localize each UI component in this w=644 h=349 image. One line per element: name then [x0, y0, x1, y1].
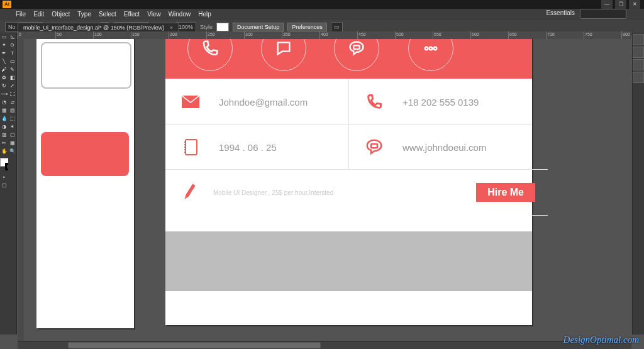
tools-panel-right: ◺ ⊙ T ▭ ✎ ◧ ⤢ ⛶ ▱ ▤ ⬚ ✶ ▢ ▦ 🔍 — [8, 33, 17, 335]
watermark: DesignOptimal.com — [564, 335, 639, 345]
panel-color[interactable] — [633, 34, 644, 45]
website-value: www.johndoeui.com — [402, 142, 486, 153]
menu-edit[interactable]: Edit — [33, 11, 44, 18]
svg-rect-0 — [353, 45, 359, 49]
print-tiling-tool[interactable]: ▦ — [9, 139, 16, 147]
ui-element-rounded-outline — [41, 42, 131, 89]
document-tab[interactable]: mobile_Ui_Interface_design.ai* @ 150% (R… — [18, 23, 179, 32]
tools-panel-left: ▭ ✦ ✒ ╲ 🖌 ✿ ↻ ⟿ ◔ ▦ 💧 ◑ ▥ ✂ ✋ ▪ ▢ — [0, 33, 9, 335]
app-icon: Ai — [3, 1, 11, 8]
menu-window[interactable]: Window — [169, 11, 191, 18]
canvas[interactable]: Johndoe@gmail.com +18 202 555 0139 1994 … — [24, 39, 631, 341]
menu-effect[interactable]: Effect — [124, 11, 140, 18]
menu-select[interactable]: Select — [99, 11, 116, 18]
ui-spacer — [165, 214, 532, 231]
scrollbar-thumb[interactable] — [68, 342, 321, 348]
selection-tool[interactable]: ▭ — [1, 33, 8, 41]
gradient-tool[interactable]: ▤ — [9, 106, 16, 114]
svg-rect-5 — [186, 140, 197, 155]
eraser-tool[interactable]: ◧ — [9, 74, 16, 82]
free-transform-tool[interactable]: ⛶ — [9, 90, 16, 98]
eyedropper-tool[interactable]: 💧 — [1, 114, 8, 123]
blob-brush-tool[interactable]: ✿ — [1, 74, 8, 82]
close-tab-icon[interactable]: × — [170, 25, 173, 31]
width-tool[interactable]: ⟿ — [1, 90, 8, 98]
rectangle-tool[interactable]: ▭ — [9, 57, 16, 65]
paintbrush-tool[interactable]: 🖌 — [1, 65, 8, 74]
phone-icon — [365, 92, 384, 111]
workspace-switcher[interactable]: Essentials — [546, 9, 575, 16]
pen-tool[interactable]: ✒ — [1, 49, 8, 57]
magic-wand-tool[interactable]: ✦ — [1, 41, 8, 49]
color-modes[interactable]: ▪ — [1, 173, 8, 181]
pencil-tool[interactable]: ✎ — [9, 65, 16, 74]
zoom-tool[interactable]: 🔍 — [9, 147, 16, 155]
ui-footer-gray — [165, 231, 532, 291]
type-tool[interactable]: T — [9, 49, 16, 57]
document-setup-button[interactable]: Document Setup — [233, 23, 284, 31]
menu-view[interactable]: View — [147, 11, 161, 18]
symbol-sprayer-tool[interactable]: ✶ — [9, 123, 16, 131]
email-value: Johndoe@gmail.com — [219, 97, 308, 108]
preferences-button[interactable]: Preferences — [287, 23, 327, 31]
menu-type[interactable]: Type — [77, 11, 91, 18]
scale-tool[interactable]: ⤢ — [9, 82, 16, 90]
panel-swatches[interactable] — [633, 47, 644, 58]
slice-tool[interactable]: ✂ — [1, 139, 8, 147]
perspective-grid-tool[interactable]: ▱ — [9, 98, 16, 106]
menu-file[interactable]: File — [16, 11, 26, 18]
search-input[interactable] — [580, 9, 626, 19]
ui-element-red-button — [41, 132, 129, 176]
live-paint-tool[interactable]: ⬚ — [9, 114, 16, 123]
screen-mode[interactable]: ▢ — [1, 181, 8, 189]
svg-point-3 — [434, 47, 437, 50]
rotate-tool[interactable]: ↻ — [1, 82, 8, 90]
line-tool[interactable]: ╲ — [1, 57, 8, 65]
lasso-tool[interactable]: ⊙ — [9, 41, 16, 49]
panel-stroke[interactable] — [633, 59, 644, 70]
mesh-tool[interactable]: ▦ — [1, 106, 8, 114]
blend-tool[interactable]: ◑ — [1, 123, 8, 131]
website-icon — [365, 138, 384, 157]
document-tab-label: mobile_Ui_Interface_design.ai* @ 150% (R… — [23, 25, 164, 31]
panel-layers[interactable] — [633, 72, 644, 83]
shape-builder-tool[interactable]: ◔ — [1, 98, 8, 106]
window-restore-button[interactable]: ❐ — [615, 0, 626, 9]
window-minimize-button[interactable]: — — [601, 0, 613, 9]
calendar-icon — [181, 138, 200, 157]
menu-help[interactable]: Help — [198, 11, 211, 18]
email-icon — [181, 92, 200, 111]
column-graph-tool[interactable]: ▥ — [1, 131, 8, 139]
svg-rect-11 — [371, 144, 377, 148]
dob-value: 1994 . 06 . 25 — [219, 142, 277, 153]
right-dock — [632, 33, 644, 335]
window-close-button[interactable]: ✕ — [629, 0, 640, 9]
svg-point-1 — [425, 47, 428, 50]
style-label: Style — [200, 24, 213, 30]
style-swatch[interactable] — [216, 23, 229, 31]
hand-tool[interactable]: ✋ — [1, 147, 8, 155]
svg-point-2 — [430, 47, 433, 50]
menu-object[interactable]: Object — [52, 11, 70, 18]
align-control[interactable]: ▭ — [331, 22, 343, 32]
hire-me-button: Hire Me — [476, 183, 535, 202]
bio-text: Mobile UI Designer , 25$ per hour,Inters… — [213, 189, 333, 196]
phone-value: +18 202 555 0139 — [402, 97, 479, 108]
horizontal-scrollbar[interactable] — [18, 341, 631, 349]
pencil-icon — [181, 182, 197, 202]
direct-selection-tool[interactable]: ◺ — [9, 33, 16, 41]
artboard-tool[interactable]: ▢ — [9, 131, 16, 139]
